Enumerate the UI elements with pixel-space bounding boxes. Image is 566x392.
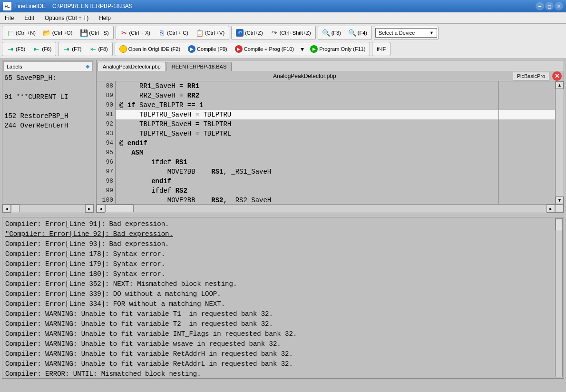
code-line[interactable]: TBLPTRU_SaveH = TBLPTRU: [116, 110, 555, 119]
if-if-display: if-IF: [373, 43, 389, 55]
chevron-down-icon[interactable]: ▾: [298, 45, 306, 53]
editor-panel: AnalogPeakDetector.pbp REENTERPBP-18.BAS…: [96, 60, 564, 213]
file-path: C:\PBP\REENTERPBP-18.BAS: [52, 3, 133, 10]
tab-reenterpbp[interactable]: REENTERPBP-18.BAS: [166, 62, 232, 71]
output-line: Compiler: Error[Line 91]: Bad expression…: [5, 219, 561, 229]
open-in-ide-button[interactable]: Open in Origi IDE (F2): [116, 43, 184, 55]
cut-icon: ✂: [120, 29, 128, 37]
code-area[interactable]: RR1_SaveH = RR1 RR2_SaveH = RR2@ if Save…: [116, 81, 555, 204]
chevron-down-icon: ▼: [429, 30, 434, 35]
output-line: Compiler: Error[Line 339]: DO without a …: [5, 289, 561, 299]
code-line[interactable]: TBLPTRL_SaveH = TBLPTRL: [116, 129, 555, 138]
open-button[interactable]: 📂(Ctrl +O): [40, 27, 76, 39]
indent-icon: ⇥: [63, 45, 70, 53]
paste-button[interactable]: 📋(Ctrl +V): [193, 27, 228, 39]
device-select[interactable]: Select a Device ▼: [375, 28, 437, 38]
comment-button[interactable]: ⇥(F5): [3, 43, 29, 55]
output-line: Compiler: ERROR: UNTIL: Mismatched block…: [5, 369, 561, 379]
output-line: Compiler: Error[Line 334]: FOR without a…: [5, 299, 561, 309]
scroll-corner: [555, 205, 564, 213]
scroll-right-button[interactable]: ►: [85, 205, 94, 213]
side-hscroll[interactable]: [11, 205, 85, 213]
scroll-up-button[interactable]: ▲: [556, 81, 564, 89]
label-line[interactable]: 152 RestorePBP_H: [4, 111, 92, 121]
label-line[interactable]: 244 OverReEnterH: [4, 121, 92, 130]
editor-hscroll[interactable]: [105, 205, 546, 213]
scroll-down-button[interactable]: ▼: [556, 196, 564, 204]
label-line[interactable]: 91 ***CURRENT LI: [4, 92, 92, 102]
code-line[interactable]: @ endif: [116, 138, 555, 148]
undo-button[interactable]: ↶(Ctrl+Z): [233, 27, 266, 39]
label-line[interactable]: [4, 102, 92, 111]
titlebar: FL FineLineIDE C:\PBP\REENTERPBP-18.BAS …: [0, 0, 566, 12]
labels-panel: Labels ◆ 65 SavePBP_H: 91 ***CURRENT LI …: [2, 60, 94, 213]
new-button[interactable]: ▤(Ctrl +N): [3, 27, 39, 39]
save-icon: 💾: [80, 29, 88, 37]
compile-button[interactable]: ▶Compile (F9): [185, 43, 231, 55]
code-line[interactable]: TBLPTRH_SaveH = TBLPTRH: [116, 119, 555, 129]
tab-analogpeak[interactable]: AnalogPeakDetector.pbp: [98, 62, 166, 71]
paste-icon: 📋: [196, 29, 204, 37]
editor-filename: AnalogPeakDetector.pbp: [97, 73, 513, 79]
maximize-button[interactable]: ◻: [545, 2, 554, 10]
device-placeholder: Select a Device: [379, 30, 415, 36]
menu-file[interactable]: File: [3, 14, 16, 22]
output-vscroll[interactable]: [555, 218, 563, 377]
scroll-left-button[interactable]: ◄: [2, 205, 11, 213]
new-icon: ▤: [7, 29, 14, 37]
label-line[interactable]: [4, 83, 92, 92]
editor-close-button[interactable]: ✕: [552, 71, 562, 81]
output-line: Compiler: WARNING: Unable to fit variabl…: [5, 349, 561, 359]
progonly-icon: ▶: [310, 45, 318, 53]
labels-dropdown[interactable]: Labels ◆: [3, 61, 93, 71]
code-line[interactable]: ifdef RS2: [116, 186, 555, 196]
toolbars: ▤(Ctrl +N) 📂(Ctrl +O) 💾(Ctrl +S) ✂(Ctrl …: [0, 24, 566, 58]
outdent-icon: ⇤: [89, 45, 97, 53]
menubar: File Edit Options (Ctrl + T) Help: [0, 12, 566, 24]
editor-vscroll[interactable]: ▲ ▼: [555, 81, 564, 204]
save-button[interactable]: 💾(Ctrl +S): [77, 27, 112, 39]
code-line[interactable]: @ if Save_TBLPTR == 1: [116, 100, 555, 110]
outdent-button[interactable]: ⇤(F8): [86, 43, 111, 55]
output-line: Compiler: WARNING: Unable to fit variabl…: [5, 359, 561, 369]
cut-button[interactable]: ✂(Ctrl + X): [117, 27, 154, 39]
editor-language: PicBasicPro: [513, 72, 549, 80]
find-button[interactable]: 🔍(F3): [319, 27, 344, 39]
redo-icon: ↷: [271, 29, 278, 37]
output-line: Compiler: WARNING: Unable to fit variabl…: [5, 309, 561, 319]
find-replace-button[interactable]: 🔍(F4): [345, 27, 371, 39]
code-line[interactable]: MOVE?BB RS1, _RS1_SaveH: [116, 167, 555, 176]
menu-edit[interactable]: Edit: [22, 14, 36, 22]
app-title: FineLineIDE: [14, 3, 46, 10]
uncomment-button[interactable]: ⇤(F6): [29, 43, 55, 55]
margin-rule: [498, 81, 499, 204]
code-line[interactable]: ASM: [116, 148, 555, 157]
code-line[interactable]: RR1_SaveH = RR1: [116, 81, 555, 91]
tab-strip: AnalogPeakDetector.pbp REENTERPBP-18.BAS: [97, 60, 564, 71]
compile-icon: ▶: [188, 45, 195, 53]
program-only-button[interactable]: ▶Program Only (F11): [307, 43, 369, 55]
app-icon: FL: [3, 2, 11, 10]
copy-icon: ⎘: [158, 29, 166, 37]
code-line[interactable]: MOVE?BB RS2, RS2 SaveH: [116, 196, 555, 204]
output-line: Compiler: Error[Line 178]: Syntax error.: [5, 249, 561, 259]
code-line[interactable]: endif: [116, 176, 555, 186]
output-line: Compiler: Error[Line 179]: Syntax error.: [5, 259, 561, 269]
menu-options[interactable]: Options (Ctrl + T): [43, 14, 90, 22]
output-line: Compiler: Error[Line 352]: NEXT: Mismatc…: [5, 279, 561, 289]
label-line[interactable]: 65 SavePBP_H:: [4, 73, 92, 83]
menu-help[interactable]: Help: [97, 14, 113, 22]
minimize-button[interactable]: ━: [536, 2, 544, 10]
redo-button[interactable]: ↷(Ctrl+Shift+Z): [267, 27, 314, 39]
indent-button[interactable]: ⇥(F7): [59, 43, 85, 55]
uncomment-icon: ⇤: [33, 45, 40, 53]
code-line[interactable]: ifdef RS1: [116, 157, 555, 167]
scroll-right-button[interactable]: ►: [546, 205, 555, 213]
close-button[interactable]: ✕: [555, 2, 563, 10]
output-panel[interactable]: Compiler: Error[Line 91]: Bad expression…: [2, 217, 564, 379]
undo-icon: ↶: [236, 29, 244, 37]
copy-button[interactable]: ⎘(Ctrl + C): [155, 27, 192, 39]
compile-prog-button[interactable]: ▶Compile + Prog (F10): [232, 43, 297, 55]
scroll-left-button[interactable]: ◄: [97, 205, 105, 213]
code-line[interactable]: RR2_SaveH = RR2: [116, 91, 555, 100]
